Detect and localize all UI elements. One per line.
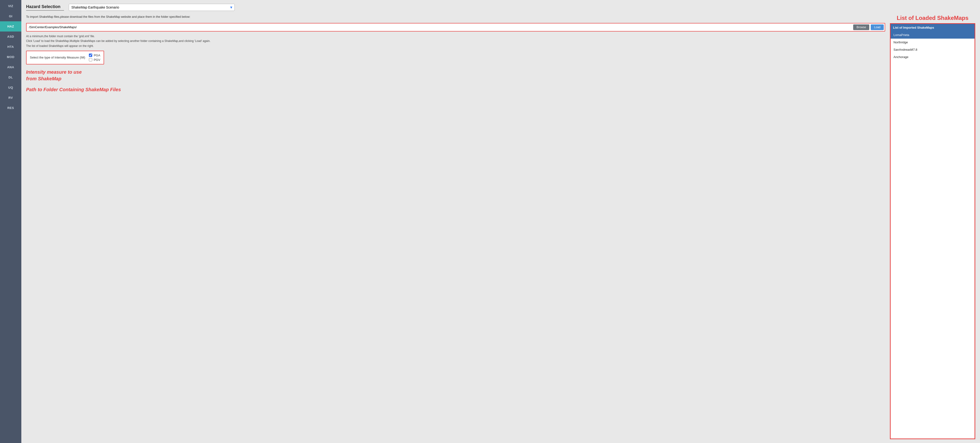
shakemap-list-container: List of Imported ShakeMaps LomaPrietaNor… — [890, 23, 975, 439]
im-options: PGAPGV — [89, 54, 100, 62]
shakemap-list-header: List of Imported ShakeMaps — [891, 24, 975, 31]
im-annotation: Intensity measure to usefrom ShakeMap — [26, 69, 885, 82]
sidebar-item-asd[interactable]: ASD — [0, 32, 21, 42]
shakemap-item[interactable]: LomaPrieta — [891, 31, 975, 39]
notes-area: At a minimum,the folder must contain the… — [26, 34, 885, 48]
page-title: Hazard Selection — [26, 4, 64, 11]
im-annotation-text: Intensity measure to usefrom ShakeMap — [26, 69, 885, 82]
im-row: Select the type of Intensity Measure (IM… — [26, 51, 104, 64]
sidebar-item-haz[interactable]: HAZ — [0, 21, 21, 32]
note3: The list of loaded ShakeMaps will appear… — [26, 44, 885, 48]
sidebar-item-mod[interactable]: MOD — [0, 52, 21, 62]
sidebar-item-res[interactable]: RES — [0, 103, 21, 113]
shakemap-list-items: LomaPrietaNorthridgeSanAndreasM7.8Anchor… — [891, 31, 975, 438]
sidebar-item-viz[interactable]: VIZ — [0, 1, 21, 11]
list-loaded-title: List of Loaded ShakeMaps — [890, 15, 975, 21]
sidebar-item-gi[interactable]: GI — [0, 11, 21, 21]
note1: At a minimum,the folder must contain the… — [26, 34, 885, 39]
scenario-select-wrapper: ShakeMap Earthquake Scenario ▾ — [69, 4, 235, 11]
im-checkbox-pgv[interactable] — [89, 58, 92, 61]
path-annotation: Path to Folder Containing ShakeMap Files — [26, 86, 885, 93]
instruction-text: To import ShakeMap files,please download… — [26, 15, 885, 19]
shakemap-item[interactable]: Anchorage — [891, 53, 975, 60]
sidebar-item-dl[interactable]: DL — [0, 72, 21, 83]
browse-button[interactable]: Browse — [853, 24, 869, 30]
im-option-label-pgv: PGV — [94, 58, 100, 62]
sidebar-item-rv[interactable]: RV — [0, 93, 21, 103]
scenario-select[interactable]: ShakeMap Earthquake Scenario — [69, 4, 235, 11]
sidebar-item-uq[interactable]: UQ — [0, 83, 21, 93]
im-option-pgv[interactable]: PGV — [89, 58, 100, 62]
im-option-label-pga: PGA — [94, 54, 100, 57]
shakemap-item[interactable]: Northridge — [891, 39, 975, 46]
sidebar: VIZGIHAZASDHTAMODANADLUQRVRES — [0, 0, 21, 443]
path-row: Browse Load — [26, 23, 885, 32]
header-row: Hazard Selection ShakeMap Earthquake Sce… — [26, 4, 975, 11]
main-content: Hazard Selection ShakeMap Earthquake Sce… — [21, 0, 980, 443]
im-option-pga[interactable]: PGA — [89, 54, 100, 57]
im-checkbox-pga[interactable] — [89, 54, 92, 57]
im-label: Select the type of Intensity Measure (IM… — [30, 56, 85, 59]
sidebar-item-ana[interactable]: ANA — [0, 62, 21, 72]
body-layout: To import ShakeMap files,please download… — [26, 15, 975, 439]
right-panel: List of Loaded ShakeMaps List of Importe… — [890, 15, 975, 439]
shakemap-item[interactable]: SanAndreasM7.8 — [891, 46, 975, 53]
path-input[interactable] — [27, 24, 852, 30]
load-button[interactable]: Load — [871, 24, 884, 30]
path-annotation-text: Path to Folder Containing ShakeMap Files — [26, 86, 885, 93]
note2: Click 'Load' to load the ShakeMap.Multip… — [26, 39, 885, 43]
sidebar-item-hta[interactable]: HTA — [0, 42, 21, 52]
left-panel: To import ShakeMap files,please download… — [26, 15, 885, 439]
